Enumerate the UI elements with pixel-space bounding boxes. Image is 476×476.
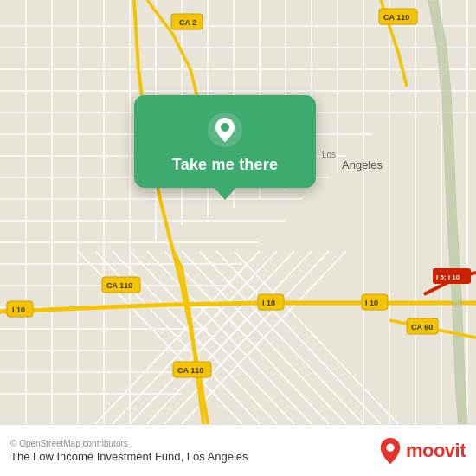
copyright-text: © OpenStreetMap contributors	[10, 439, 248, 448]
svg-text:I 5; I 10: I 5; I 10	[436, 273, 460, 281]
moovit-pin-icon	[378, 436, 402, 466]
moovit-logo: moovit	[378, 436, 466, 466]
svg-text:I 10: I 10	[262, 299, 275, 307]
bottom-bar: © OpenStreetMap contributors The Low Inc…	[0, 424, 476, 476]
svg-point-74	[221, 123, 229, 132]
svg-text:I 10: I 10	[365, 299, 378, 307]
bottom-left-info: © OpenStreetMap contributors The Low Inc…	[10, 439, 248, 463]
moovit-brand-text: moovit	[406, 440, 466, 462]
svg-text:CA 110: CA 110	[383, 13, 409, 22]
svg-text:CA 2: CA 2	[179, 18, 196, 27]
svg-text:Los: Los	[322, 150, 336, 159]
svg-rect-0	[0, 0, 476, 424]
popup-card: Take me there	[134, 95, 316, 188]
location-pin-icon	[206, 111, 244, 149]
take-me-there-button[interactable]: Take me there	[172, 156, 278, 174]
svg-text:I 10: I 10	[12, 306, 25, 314]
svg-text:CA 110: CA 110	[106, 281, 132, 290]
svg-text:Angeles: Angeles	[342, 158, 383, 171]
svg-text:CA 110: CA 110	[177, 366, 203, 375]
svg-point-75	[386, 443, 394, 451]
map-container[interactable]: Angeles Los CA 2 CA 110 CA 110 I 10 CA 1…	[0, 0, 476, 424]
location-name: The Low Income Investment Fund, Los Ange…	[10, 450, 248, 463]
svg-text:CA 60: CA 60	[411, 323, 433, 331]
